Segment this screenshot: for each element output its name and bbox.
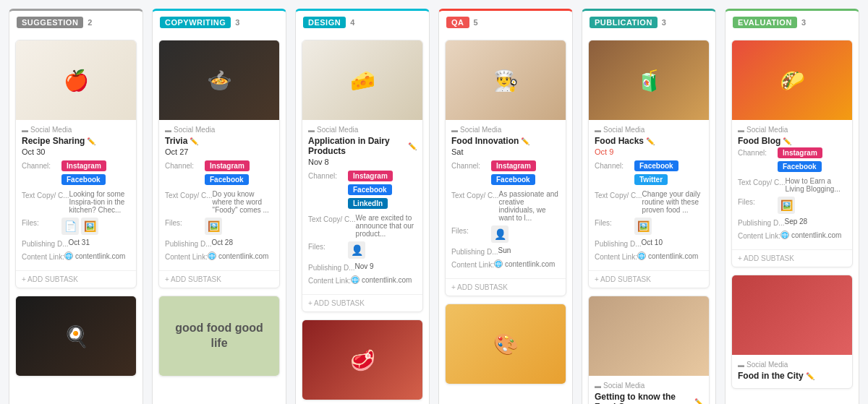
files-value: 📄🖼️ xyxy=(61,218,130,235)
column-evaluation: EVALUATION3🌮▬ Social MediaFood Blog ✏️Ch… xyxy=(725,9,859,404)
text-copy-label: Text Copy/ C... xyxy=(451,190,499,199)
add-subtask-button[interactable]: + ADD SUBTASK xyxy=(16,270,136,288)
tag-instagram[interactable]: Instagram xyxy=(778,147,822,158)
text-copy-value: Looking for some Inspira-tion in the kit… xyxy=(69,190,130,214)
cards-container-suggestion: 🍎▬ Social MediaRecipe Sharing ✏️Oct 30Ch… xyxy=(9,34,142,382)
tag-facebook[interactable]: Facebook xyxy=(491,174,535,185)
content-link-label: Content Link: xyxy=(595,252,637,261)
edit-icon: ✏️ xyxy=(646,137,655,145)
card-food-innovation[interactable]: 👨‍🍳▬ Social MediaFood Innovation ✏️SatCh… xyxy=(445,40,566,296)
file-thumb[interactable]: 🖼️ xyxy=(778,197,795,214)
card-image: 🎨 xyxy=(446,304,566,384)
add-subtask-button[interactable]: + ADD SUBTASK xyxy=(589,270,709,288)
pub-date-row: Publishing D...Sep 28 xyxy=(738,218,846,227)
cards-container-design: 🧀▬ Social MediaApplication in Dairy Prod… xyxy=(296,34,429,404)
text-copy-value: We are excited to announce that our prod… xyxy=(356,214,417,238)
content-link-row: Content Link:🌐contentlink.com xyxy=(308,275,417,285)
content-link-row: Content Link:🌐contentlink.com xyxy=(595,252,703,261)
card-category: ▬ Social Media xyxy=(595,382,703,390)
edit-icon: ✏️ xyxy=(408,142,417,150)
cards-container-qa: 👨‍🍳▬ Social MediaFood Innovation ✏️SatCh… xyxy=(439,34,572,390)
add-subtask-button[interactable]: + ADD SUBTASK xyxy=(159,270,279,288)
channel-tags: InstagramFacebookLinkedIn xyxy=(348,171,417,210)
tag-facebook[interactable]: Facebook xyxy=(634,160,678,171)
column-count: 3 xyxy=(235,18,239,27)
card-meat[interactable]: 🥩 xyxy=(302,319,423,400)
tag-twitter[interactable]: Twitter xyxy=(634,174,668,185)
card-trivia[interactable]: 🍲▬ Social MediaTrivia ✏️Oct 27Channel:In… xyxy=(158,40,280,288)
column-count: 4 xyxy=(350,18,354,27)
edit-icon: ✏️ xyxy=(190,137,198,145)
pub-date-row: Publishing D...Oct 10 xyxy=(595,238,703,248)
column-label: QA xyxy=(446,17,469,28)
pub-date-label: Publishing D... xyxy=(595,238,641,248)
text-copy-label: Text Copy/ C... xyxy=(165,190,213,199)
file-thumb[interactable]: 👤 xyxy=(348,241,365,259)
files-value: 🖼️ xyxy=(778,197,846,214)
card-image: 🥩 xyxy=(302,320,422,400)
card-category: ▬ Social Media xyxy=(738,126,846,134)
card-body: ▬ Social MediaFood Innovation ✏️SatChann… xyxy=(446,120,566,278)
card-title: Trivia ✏️ xyxy=(165,136,273,146)
tag-linkedin[interactable]: LinkedIn xyxy=(348,198,388,209)
cards-container-evaluation: 🌮▬ Social MediaFood Blog ✏️Channel:Insta… xyxy=(726,34,859,395)
add-subtask-button[interactable]: + ADD SUBTASK xyxy=(446,278,566,296)
card-food-blog[interactable]: 🌮▬ Social MediaFood Blog ✏️Channel:Insta… xyxy=(731,40,853,267)
file-thumb[interactable]: 🖼️ xyxy=(205,218,222,235)
add-subtask-button[interactable]: + ADD SUBTASK xyxy=(732,249,852,267)
card-food-in-city[interactable]: ▬ Social MediaFood in the City ✏️ xyxy=(731,275,853,389)
globe-icon: 🌐 xyxy=(351,275,359,284)
file-thumb[interactable]: 🖼️ xyxy=(81,218,98,235)
card-date: Nov 8 xyxy=(308,158,417,166)
pub-date-label: Publishing D... xyxy=(738,218,784,227)
card-food-hacks[interactable]: 🧃▬ Social MediaFood Hacks ✏️Oct 9Channel… xyxy=(588,40,710,288)
file-thumb[interactable]: 🖼️ xyxy=(634,218,652,235)
file-thumb[interactable]: 👤 xyxy=(491,225,509,243)
channel-tags: InstagramFacebook xyxy=(778,147,846,173)
files-label: Files: xyxy=(308,241,348,251)
card-category: ▬ Social Media xyxy=(451,126,560,134)
card-image: 🌮 xyxy=(732,40,852,120)
content-link-value: 🌐contentlink.com xyxy=(637,252,703,260)
tag-instagram[interactable]: Instagram xyxy=(205,160,250,171)
card-eggs[interactable]: 🍳 xyxy=(15,296,137,377)
tag-facebook[interactable]: Facebook xyxy=(778,161,822,172)
column-header-evaluation: EVALUATION3 xyxy=(726,11,859,34)
content-link-row: Content Link:🌐contentlink.com xyxy=(22,252,130,261)
text-copy-row: Text Copy/ C...Do you know where the wor… xyxy=(165,190,273,214)
card-date: Oct 27 xyxy=(165,147,273,156)
globe-icon: 🌐 xyxy=(637,252,646,260)
column-header-qa: QA5 xyxy=(439,11,572,34)
card-dairy-products[interactable]: 🧀▬ Social MediaApplication in Dairy Prod… xyxy=(302,40,423,312)
tag-facebook[interactable]: Facebook xyxy=(61,174,106,185)
add-subtask-button[interactable]: + ADD SUBTASK xyxy=(302,294,422,311)
edit-icon: ✏️ xyxy=(521,137,529,145)
cards-container-copywriting: 🍲▬ Social MediaTrivia ✏️Oct 27Channel:In… xyxy=(153,34,286,382)
text-copy-value: As passionate and creative individuals, … xyxy=(499,190,560,222)
content-link-row: Content Link:🌐contentlink.com xyxy=(451,259,560,269)
channel-row: Channel:InstagramFacebook xyxy=(22,160,130,186)
card-getting-to-know[interactable]: ▬ Social MediaGetting to know the Food C… xyxy=(588,296,710,404)
tag-instagram[interactable]: Instagram xyxy=(491,160,536,171)
channel-tags: InstagramFacebook xyxy=(491,160,560,186)
pub-date-value: Oct 31 xyxy=(68,238,130,246)
card-date: Oct 9 xyxy=(595,147,703,156)
file-thumb[interactable]: 📄 xyxy=(61,218,79,235)
tag-instagram[interactable]: Instagram xyxy=(61,160,106,171)
files-label: Files: xyxy=(595,218,634,227)
pub-date-row: Publishing D...Oct 31 xyxy=(22,238,130,248)
edit-icon: ✏️ xyxy=(783,137,791,145)
globe-icon: 🌐 xyxy=(208,252,216,260)
edit-icon: ✏️ xyxy=(694,398,703,405)
tag-facebook[interactable]: Facebook xyxy=(205,174,249,185)
text-copy-row: Text Copy/ C...How to Earn a Living Blog… xyxy=(738,177,846,193)
tag-instagram[interactable]: Instagram xyxy=(348,171,393,181)
card-goodfood[interactable]: good food good life xyxy=(158,296,280,377)
text-copy-row: Text Copy/ C...As passionate and creativ… xyxy=(451,190,560,222)
card-colorful[interactable]: 🎨 xyxy=(445,304,566,384)
card-recipe-sharing[interactable]: 🍎▬ Social MediaRecipe Sharing ✏️Oct 30Ch… xyxy=(15,40,137,288)
column-count: 2 xyxy=(88,18,92,27)
files-row: Files:📄🖼️ xyxy=(22,218,130,235)
card-date: Oct 30 xyxy=(22,147,130,156)
tag-facebook[interactable]: Facebook xyxy=(348,184,392,195)
